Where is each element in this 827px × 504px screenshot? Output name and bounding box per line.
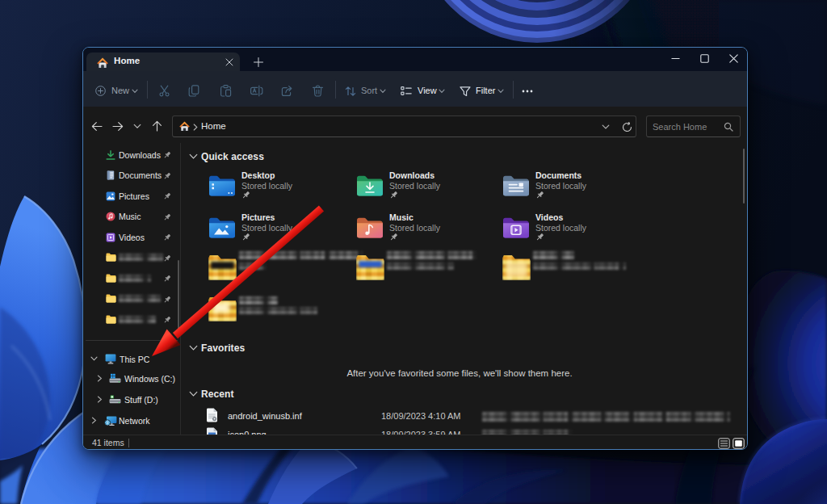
sort-button-label[interactable]: Sort [361, 86, 377, 95]
section-chevron-icon[interactable] [189, 345, 198, 351]
minimize-button[interactable] [661, 48, 690, 69]
tile-name[interactable]: Videos [535, 212, 563, 222]
back-icon[interactable] [91, 121, 103, 132]
item-count: 41 items [92, 438, 124, 447]
refresh-icon[interactable] [622, 122, 632, 132]
redacted-text [239, 296, 278, 304]
close-button[interactable] [719, 48, 748, 69]
view-button-label[interactable]: View [418, 86, 437, 95]
sidebar-item-folder-redacted[interactable] [83, 310, 180, 330]
sidebar-item-stuff-d[interactable]: Stuff (D:) [83, 390, 180, 410]
copy-icon[interactable] [187, 84, 201, 98]
pictures-folder-icon[interactable] [208, 216, 236, 238]
pictures-icon [106, 191, 115, 201]
drive-icon [109, 395, 121, 404]
tile-subtitle: Stored locally [389, 181, 440, 191]
tab-label: Home [114, 56, 140, 65]
tile-name[interactable]: Pictures [241, 212, 275, 222]
recent-file-name[interactable]: android_winusb.inf [228, 411, 302, 421]
view-icon[interactable] [400, 85, 413, 98]
redacted-text [119, 275, 151, 282]
tab-close-icon[interactable] [225, 58, 233, 66]
expand-chevron-icon[interactable] [97, 375, 103, 382]
sidebar: Downloads Documents [83, 143, 180, 435]
sidebar-item-folder-redacted[interactable] [83, 248, 180, 267]
address-dropdown-icon[interactable] [602, 124, 610, 130]
recent-locations-icon[interactable] [133, 124, 141, 129]
sidebar-scrollbar[interactable] [178, 260, 179, 330]
sidebar-item-this-pc[interactable]: This PC [83, 350, 180, 369]
inf-file-icon[interactable] [206, 408, 218, 422]
tab-home[interactable]: Home [86, 52, 240, 71]
expand-chevron-icon[interactable] [97, 396, 103, 403]
paste-icon[interactable] [219, 84, 233, 98]
documents-folder-icon[interactable] [502, 174, 530, 196]
forward-icon[interactable] [112, 121, 124, 132]
sidebar-item-network[interactable]: Network [83, 411, 180, 430]
content-pane: Quick access Desktop Stored locally [181, 143, 748, 435]
content-scrollbar[interactable] [743, 149, 745, 204]
folder-icon [106, 315, 116, 324]
sidebar-item-windows-c[interactable]: Windows (C:) [83, 369, 180, 388]
expand-chevron-icon[interactable] [91, 417, 97, 424]
filter-icon[interactable] [459, 85, 472, 98]
section-favorites[interactable]: Favorites [201, 342, 245, 354]
details-view-icon[interactable] [718, 438, 730, 449]
section-chevron-icon[interactable] [189, 153, 198, 160]
section-chevron-icon[interactable] [189, 391, 198, 397]
redacted-folder-icon[interactable] [208, 254, 237, 280]
sidebar-item-downloads[interactable]: Downloads [83, 145, 180, 165]
new-button-label[interactable]: New [111, 86, 129, 95]
folder-icon [106, 294, 116, 303]
music-folder-icon[interactable] [356, 216, 384, 238]
search-placeholder: Search Home [653, 122, 707, 132]
section-recent[interactable]: Recent [201, 388, 234, 400]
sidebar-item-documents[interactable]: Documents [83, 166, 180, 185]
large-thumbnails-view-icon[interactable] [733, 438, 745, 449]
sidebar-item-music[interactable]: Music [83, 207, 180, 226]
sort-icon[interactable] [344, 85, 357, 98]
see-more-icon[interactable] [522, 90, 533, 93]
sidebar-item-folder-redacted[interactable] [83, 269, 180, 288]
new-tab-icon[interactable] [254, 57, 263, 67]
share-icon[interactable] [280, 84, 294, 98]
sidebar-item-label: Downloads [119, 150, 161, 160]
tile-name[interactable]: Documents [535, 170, 581, 180]
redacted-text [119, 316, 156, 323]
new-icon[interactable] [95, 86, 106, 96]
redacted-text [239, 251, 363, 259]
redacted-folder-icon[interactable] [208, 296, 237, 321]
titlebar[interactable]: Home [83, 48, 747, 71]
tile-name[interactable]: Music [389, 212, 414, 222]
tile-name[interactable]: Downloads [389, 170, 434, 180]
redacted-folder-icon[interactable] [356, 254, 384, 280]
png-file-icon[interactable] [206, 427, 218, 435]
tile-subtitle: Stored locally [389, 223, 440, 233]
rename-icon[interactable] [250, 84, 263, 98]
recent-file-date: 18/09/2023 4:10 AM [381, 411, 460, 421]
desktop-folder-icon[interactable] [208, 174, 236, 196]
tile-name[interactable]: Desktop [241, 170, 275, 180]
cut-icon[interactable] [157, 84, 171, 98]
videos-folder-icon[interactable] [502, 216, 530, 238]
address-bar[interactable]: Home [172, 116, 636, 137]
maximize-button[interactable] [690, 48, 719, 69]
section-quick-access[interactable]: Quick access [201, 151, 264, 162]
delete-icon[interactable] [311, 84, 325, 98]
breadcrumb-home[interactable]: Home [201, 121, 226, 131]
folder-icon [106, 274, 116, 283]
expand-chevron-icon[interactable] [90, 356, 98, 362]
search-box[interactable]: Search Home [646, 116, 741, 137]
sidebar-item-pictures[interactable]: Pictures [83, 187, 180, 206]
filter-button-label[interactable]: Filter [476, 86, 495, 95]
up-icon[interactable] [152, 120, 162, 132]
redacted-folder-icon[interactable] [502, 254, 531, 280]
search-icon [724, 122, 733, 132]
downloads-folder-icon[interactable] [356, 174, 384, 196]
sidebar-item-folder-redacted[interactable] [83, 289, 180, 309]
music-icon [106, 212, 115, 221]
toolbar-separator [513, 81, 514, 99]
minimize-icon [671, 54, 680, 63]
sidebar-item-videos[interactable]: Videos [83, 228, 180, 247]
sidebar-item-label: Music [119, 212, 141, 221]
